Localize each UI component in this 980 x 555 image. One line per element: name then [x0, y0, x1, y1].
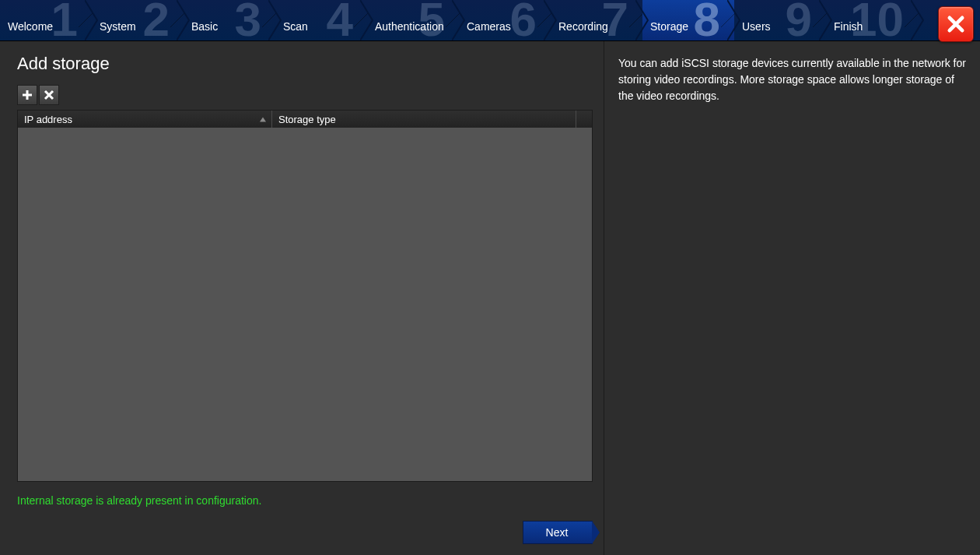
step-number: 3 — [235, 0, 261, 44]
wizard-step-welcome[interactable]: 1Welcome — [0, 0, 92, 40]
main-panel: Add storage IP address — [0, 41, 604, 555]
step-label: Authentication — [375, 20, 444, 33]
help-text: You can add iSCSI storage devices curren… — [618, 55, 966, 104]
sort-asc-icon — [259, 114, 267, 125]
wizard-step-authentication[interactable]: 5Authentication — [367, 0, 459, 40]
step-number: 4 — [327, 0, 353, 44]
add-button[interactable] — [17, 85, 37, 105]
close-icon — [945, 13, 967, 35]
wizard-step-users[interactable]: 9Users — [734, 0, 826, 40]
next-button[interactable]: Next — [523, 521, 593, 544]
wizard-step-finish[interactable]: 10Finish — [826, 0, 918, 40]
step-label: Recording — [558, 20, 608, 33]
wizard-step-cameras[interactable]: 6Cameras — [459, 0, 551, 40]
wizard-step-recording[interactable]: 7Recording — [551, 0, 642, 40]
wizard-step-system[interactable]: 2System — [92, 0, 184, 40]
wizard-step-basic[interactable]: 3Basic — [184, 0, 275, 40]
step-number: 6 — [510, 0, 537, 44]
step-label: Scan — [283, 20, 308, 33]
step-label: Basic — [191, 20, 218, 33]
wizard-stepbar: 1Welcome2System3Basic4Scan5Authenticatio… — [0, 0, 980, 40]
step-label: Finish — [834, 20, 863, 33]
column-spacer — [576, 111, 592, 128]
page-title: Add storage — [17, 54, 593, 74]
table-header: IP address Storage type — [18, 111, 592, 128]
step-number: 8 — [694, 0, 720, 44]
step-label: System — [100, 20, 136, 33]
column-ip-address[interactable]: IP address — [18, 111, 272, 128]
step-number: 9 — [786, 0, 812, 44]
step-label: Storage — [650, 20, 688, 33]
storage-table: IP address Storage type — [17, 110, 593, 482]
table-body — [18, 128, 592, 481]
help-panel: You can add iSCSI storage devices curren… — [604, 41, 980, 555]
column-storage-type[interactable]: Storage type — [272, 111, 576, 128]
wizard-step-storage[interactable]: 8Storage — [642, 0, 734, 40]
wizard-step-scan[interactable]: 4Scan — [275, 0, 367, 40]
plus-icon — [21, 89, 33, 101]
status-message: Internal storage is already present in c… — [17, 494, 593, 507]
step-number: 1 — [51, 0, 78, 44]
x-icon — [43, 89, 55, 101]
step-label: Users — [742, 20, 771, 33]
step-number: 2 — [143, 0, 170, 44]
chevron-right-icon — [911, 0, 925, 40]
toolbar — [17, 85, 593, 105]
remove-button[interactable] — [39, 85, 59, 105]
step-label: Welcome — [8, 20, 53, 33]
step-label: Cameras — [467, 20, 511, 33]
close-button[interactable] — [938, 6, 974, 42]
